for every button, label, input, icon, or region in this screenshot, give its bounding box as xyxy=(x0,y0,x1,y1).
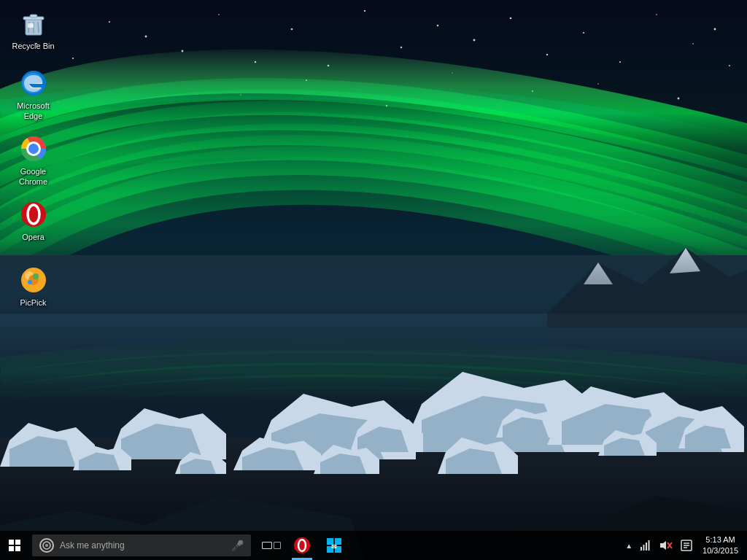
taskbar-store-pin[interactable]: ✉ xyxy=(318,531,350,560)
store-taskbar-icon: ✉ xyxy=(325,537,343,554)
svg-rect-29 xyxy=(646,542,647,551)
network-icon xyxy=(640,540,651,551)
system-clock[interactable]: 5:13 AM 10/3/2015 xyxy=(697,531,744,560)
desktop-icon-picpick[interactable]: PicPick xyxy=(6,262,61,311)
svg-marker-31 xyxy=(660,541,666,550)
svg-point-12 xyxy=(28,205,39,224)
task-view-icon xyxy=(262,542,281,549)
picpick-label: PicPick xyxy=(20,298,46,308)
svg-rect-2 xyxy=(30,15,37,18)
recycle-bin-icon xyxy=(19,9,48,38)
cortana-icon xyxy=(39,538,54,553)
microphone-icon: 🎤 xyxy=(231,540,244,551)
volume-tray-icon[interactable] xyxy=(656,531,676,560)
svg-rect-6 xyxy=(28,23,34,28)
show-hidden-icons-button[interactable]: ▲ xyxy=(622,531,635,560)
desktop-icon-microsoft-edge[interactable]: Microsoft Edge xyxy=(6,66,61,125)
opera-taskbar-icon xyxy=(293,537,311,554)
svg-rect-28 xyxy=(643,545,645,551)
system-tray: ▲ xyxy=(622,531,747,560)
search-placeholder-text: Ask me anything xyxy=(60,540,231,551)
network-tray-icon[interactable] xyxy=(635,531,656,560)
google-chrome-icon xyxy=(19,134,48,163)
taskbar-opera-pin[interactable] xyxy=(286,531,318,560)
taskbar: Ask me anything 🎤 xyxy=(0,531,747,560)
svg-point-19 xyxy=(45,544,48,547)
svg-line-5 xyxy=(38,22,39,33)
cortana-search-bar[interactable]: Ask me anything 🎤 xyxy=(32,534,251,556)
svg-rect-27 xyxy=(640,547,642,551)
taskbar-pinned-apps: ✉ xyxy=(286,531,350,560)
opera-icon xyxy=(19,200,48,229)
desktop-icon-google-chrome[interactable]: Google Chrome xyxy=(6,131,61,190)
google-chrome-label: Google Chrome xyxy=(9,166,58,187)
desktop-icon-recycle-bin[interactable]: Recycle Bin xyxy=(6,6,61,54)
start-button[interactable] xyxy=(0,531,29,560)
microsoft-edge-label: Microsoft Edge xyxy=(9,101,58,122)
svg-text:✉: ✉ xyxy=(331,543,337,551)
svg-point-16 xyxy=(33,273,39,279)
windows-logo-icon xyxy=(9,540,20,551)
desktop: Recycle Bin Microsoft Edge xyxy=(0,0,747,560)
action-center-icon[interactable] xyxy=(676,531,697,560)
opera-label: Opera xyxy=(22,232,44,242)
recycle-bin-label: Recycle Bin xyxy=(12,41,54,51)
microsoft-edge-icon xyxy=(19,69,48,98)
picpick-icon xyxy=(19,265,48,295)
svg-rect-30 xyxy=(649,540,650,551)
clock-date: 10/3/2015 xyxy=(703,545,738,556)
svg-point-17 xyxy=(28,280,32,284)
desktop-icon-opera[interactable]: Opera xyxy=(6,197,61,245)
task-view-button[interactable] xyxy=(257,531,286,560)
clock-time: 5:13 AM xyxy=(705,534,735,545)
notification-icon xyxy=(681,540,692,551)
svg-point-10 xyxy=(28,144,39,154)
wallpaper xyxy=(0,0,747,560)
volume-muted-icon xyxy=(659,540,673,551)
